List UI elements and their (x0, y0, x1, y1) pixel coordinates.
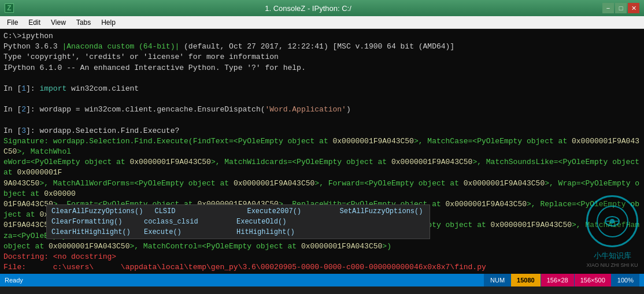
titlebar: Z 1. ConsoleZ - IPython: C:/ − □ ✕ (0, 0, 644, 16)
ac-item[interactable]: HitHighlight() (232, 227, 324, 237)
minimize-button[interactable]: − (602, 3, 614, 13)
line-blank3 (3, 116, 641, 126)
terminal[interactable]: C:\>ipython Python 3.6.3 |Anaconda custo… (0, 29, 644, 274)
menu-file[interactable]: File (2, 17, 23, 28)
watermark: 小牛知识库 XIAO NIU ZHI SHI KU (586, 195, 638, 268)
status-ready: Ready (5, 277, 484, 284)
ac-item[interactable]: ClearFormatting() (47, 217, 139, 227)
line-python-ver: Python 3.6.3 |Anaconda custom (64-bit)| … (3, 42, 641, 52)
ac-item[interactable]: ExecuteOld() (232, 217, 324, 227)
watermark-icon (597, 206, 628, 237)
status-size1: 156×28 (541, 274, 574, 286)
autocomplete-row: ClearHitHighlight() Execute() HitHighlig… (47, 227, 430, 237)
statusbar: Ready NUM 15080 156×28 156×500 100% (0, 274, 644, 286)
autocomplete-row: ClearAllFuzzyOptions() CLSID Execute2007… (47, 206, 430, 217)
ac-item[interactable]: ClearHitHighlight() (47, 227, 139, 237)
ac-item[interactable] (324, 217, 417, 227)
ac-item[interactable]: SetAllFuzzyOptions() (335, 206, 430, 217)
app-icon: Z (5, 3, 14, 13)
menu-edit[interactable]: Edit (24, 17, 45, 28)
menu-help[interactable]: Help (97, 17, 120, 28)
line-docstring: Docstring: <no docstring> (3, 252, 641, 262)
line-in1: In [1]: import win32com.client (3, 84, 641, 94)
titlebar-left: Z (5, 3, 14, 13)
line-copyright: Type 'copyright', 'credits' or 'license'… (3, 52, 641, 62)
ac-item[interactable]: coclass_clsid (139, 217, 232, 227)
line-in3: In [3]: wordapp.Selection.Find.Execute? (3, 126, 641, 136)
ac-item[interactable]: CLSID (150, 206, 242, 217)
line-in2: In [2]: wordapp = win32com.client.gencac… (3, 105, 641, 115)
watermark-chinese: 小牛知识库 (594, 251, 631, 261)
status-zoom: 100% (611, 274, 639, 286)
line-ipython-ver: IPython 6.1.0 -- An enhanced Interactive… (3, 63, 641, 73)
line-blank1 (3, 73, 641, 84)
autocomplete-row: ClearFormatting() coclass_clsid ExecuteO… (47, 217, 430, 227)
ac-item[interactable] (324, 227, 417, 237)
status-size2: 156×500 (574, 274, 611, 286)
close-button[interactable]: ✕ (628, 3, 639, 13)
window-title: 1. ConsoleZ - IPython: C:/ (14, 4, 602, 13)
maximize-button[interactable]: □ (615, 3, 627, 13)
line-type: Type: method (3, 273, 641, 274)
line-file: File: c:\users\ \appdata\local\temp\gen_… (3, 262, 641, 273)
status-position: 15080 (510, 274, 541, 286)
window-controls: − □ ✕ (602, 3, 639, 13)
ac-item[interactable]: Execute() (139, 227, 232, 237)
menu-view[interactable]: View (46, 17, 71, 28)
line-cmd: C:\>ipython (3, 31, 641, 42)
ac-item[interactable]: Execute2007() (242, 206, 335, 217)
menu-tabs[interactable]: Tabs (72, 17, 95, 28)
autocomplete-popup: ClearAllFuzzyOptions() CLSID Execute2007… (46, 204, 430, 239)
ac-item[interactable]: ClearAllFuzzyOptions() (47, 206, 150, 217)
line-blank2 (3, 94, 641, 105)
watermark-pinyin: XIAO NIU ZHI SHI KU (586, 262, 638, 268)
status-num: NUM (484, 274, 510, 286)
watermark-circle (586, 195, 638, 247)
menubar: File Edit View Tabs Help (0, 16, 644, 29)
